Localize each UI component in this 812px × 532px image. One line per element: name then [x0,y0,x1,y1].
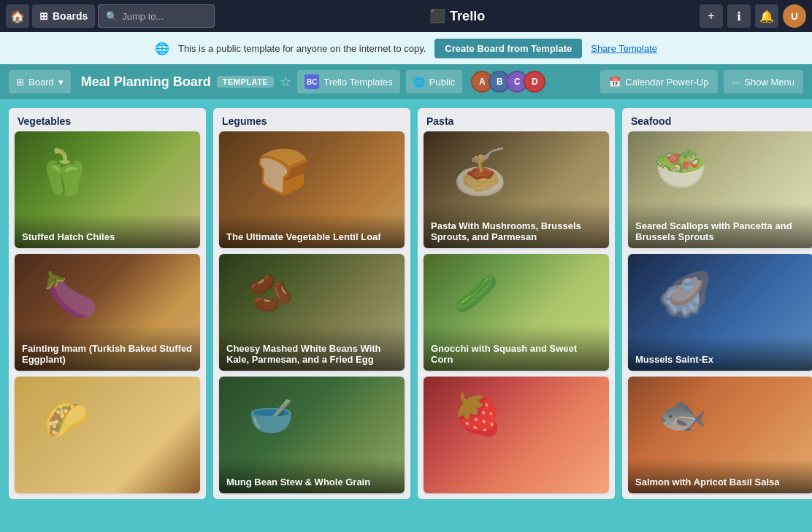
board-btn-label: Board [28,77,54,88]
home-button[interactable]: 🏠 [6,4,29,28]
card-image-gnocchi: Gnocchi with Squash and Sweet Corn [424,254,609,371]
add-icon: + [708,9,714,23]
card-image-eggplant: Fainting Imam (Turkish Baked Stuffed Egg… [15,254,200,371]
info-button[interactable]: ℹ [727,4,751,28]
board-header: ⊞ Board ▾ Meal Planning Board TEMPLATE ☆… [0,64,812,99]
column-vegetables: VegetablesStuffed Hatch ChilesFainting I… [9,108,206,499]
boards-label: Boards [53,10,88,22]
card-title-white-beans: Cheesy Mashed White Beans With Kale, Par… [219,325,405,371]
card-title-salmon: Salmon with Apricot Basil Salsa [628,459,812,493]
card-stuffed-chiles[interactable]: Stuffed Hatch Chiles [15,131,200,248]
logo-icon: ⬛ [429,8,445,24]
column-legumes: LegumesThe Ultimate Vegetable Lentil Loa… [213,108,410,499]
card-image-lentil-loaf: The Ultimate Vegetable Lentil Loaf [219,131,405,248]
column-cards-pasta: Pasta With Mushrooms, Brussels Sprouts, … [418,131,615,499]
search-container: 🔍 [98,4,215,28]
calendar-power-up-button[interactable]: 📅 Calendar Power-Up [600,70,717,93]
card-taco[interactable] [15,377,200,493]
card-title-eggplant: Fainting Imam (Turkish Baked Stuffed Egg… [15,325,200,371]
calendar-icon: 📅 [609,77,621,88]
card-scallops[interactable]: Seared Scallops with Pancetta and Brusse… [628,131,812,248]
card-image-taco [15,377,200,493]
card-image-mung-bean: Mung Bean Stew & Whole Grain [219,377,405,493]
star-icon: ☆ [280,74,291,89]
template-banner: 🌐 This is a public template for anyone o… [0,32,812,64]
create-board-button[interactable]: Create Board from Template [434,39,582,58]
card-mung-bean[interactable]: Mung Bean Stew & Whole Grain [219,377,405,493]
board-view-button[interactable]: ⊞ Board ▾ [9,70,71,93]
show-menu-label: Show Menu [744,77,794,88]
globe-banner-icon: 🌐 [155,42,169,55]
card-gnocchi[interactable]: Gnocchi with Squash and Sweet Corn [424,254,609,371]
show-menu-button[interactable]: ··· Show Menu [724,70,804,93]
workspace-button[interactable]: BC Trello Templates [297,70,400,93]
card-mussels[interactable]: Mussels Saint-Ex [628,254,812,371]
card-title-scallops: Seared Scallops with Pancetta and Brusse… [628,203,812,248]
user-avatar[interactable]: U [783,4,806,28]
card-image-mussels: Mussels Saint-Ex [628,254,812,371]
column-seafood: SeafoodSeared Scallops with Pancetta and… [622,108,812,499]
card-image-pasta-strawberry [424,377,609,493]
card-image-salmon: Salmon with Apricot Basil Salsa [628,377,812,493]
calendar-label: Calendar Power-Up [625,77,708,88]
card-image-scallops: Seared Scallops with Pancetta and Brusse… [628,131,812,248]
card-image-stuffed-chiles: Stuffed Hatch Chiles [15,131,200,248]
card-title-stuffed-chiles: Stuffed Hatch Chiles [15,214,200,248]
add-button[interactable]: + [700,4,723,28]
column-pasta: PastaPasta With Mushrooms, Brussels Spro… [418,108,615,499]
visibility-button[interactable]: 🌐 Public [406,70,462,93]
search-input[interactable] [122,11,202,22]
globe-icon: 🌐 [413,77,425,88]
card-image-pasta-mushroom: Pasta With Mushrooms, Brussels Sprouts, … [424,131,609,248]
board-grid-icon: ⊞ [16,77,24,88]
template-badge: TEMPLATE [217,76,274,88]
card-salmon[interactable]: Salmon with Apricot Basil Salsa [628,377,812,493]
notifications-button[interactable]: 🔔 [755,4,778,28]
card-title-lentil-loaf: The Ultimate Vegetable Lentil Loaf [219,214,405,248]
app-logo: ⬛ Trello [218,8,697,24]
card-lentil-loaf[interactable]: The Ultimate Vegetable Lentil Loaf [219,131,405,248]
card-title-pasta-mushroom: Pasta With Mushrooms, Brussels Sprouts, … [424,203,609,248]
column-cards-legumes: The Ultimate Vegetable Lentil LoafCheesy… [213,131,410,499]
star-button[interactable]: ☆ [280,74,291,90]
top-navigation: 🏠 ⊞ Boards 🔍 ⬛ Trello + ℹ 🔔 U [0,0,812,32]
nav-right-actions: + ℹ 🔔 U [700,4,806,28]
menu-dots-icon: ··· [732,77,740,88]
public-label: Public [429,77,455,88]
workspace-icon: BC [304,74,319,89]
card-title-gnocchi: Gnocchi with Squash and Sweet Corn [424,325,609,371]
info-icon: ℹ [737,9,741,23]
workspace-label: Trello Templates [323,77,393,88]
card-title-mussels: Mussels Saint-Ex [628,336,812,371]
board-members: A B C D [471,71,545,93]
chevron-down-icon: ▾ [58,77,64,88]
column-header-seafood: Seafood [622,108,812,131]
column-header-vegetables: Vegetables [9,108,206,131]
boards-button[interactable]: ⊞ Boards [32,4,95,28]
boards-grid-icon: ⊞ [39,10,48,22]
card-white-beans[interactable]: Cheesy Mashed White Beans With Kale, Par… [219,254,405,371]
column-header-pasta: Pasta [418,108,615,131]
card-image-white-beans: Cheesy Mashed White Beans With Kale, Par… [219,254,405,371]
column-cards-vegetables: Stuffed Hatch ChilesFainting Imam (Turki… [9,131,206,499]
header-right-actions: 📅 Calendar Power-Up ··· Show Menu [600,70,803,93]
member-avatar-4[interactable]: D [524,71,545,93]
bell-icon: 🔔 [759,9,774,23]
card-pasta-mushroom[interactable]: Pasta With Mushrooms, Brussels Sprouts, … [424,131,609,248]
board-content: VegetablesStuffed Hatch ChilesFainting I… [0,99,812,532]
search-icon: 🔍 [106,11,118,22]
card-pasta-strawberry[interactable] [424,377,609,493]
column-header-legumes: Legumes [213,108,410,131]
board-title: Meal Planning Board [81,74,211,90]
logo-text: Trello [450,9,485,24]
share-template-button[interactable]: Share Template [591,43,657,54]
card-title-mung-bean: Mung Bean Stew & Whole Grain [219,459,405,493]
card-eggplant[interactable]: Fainting Imam (Turkish Baked Stuffed Egg… [15,254,200,371]
column-cards-seafood: Seared Scallops with Pancetta and Brusse… [622,131,812,499]
banner-text: This is a public template for anyone on … [178,43,426,54]
